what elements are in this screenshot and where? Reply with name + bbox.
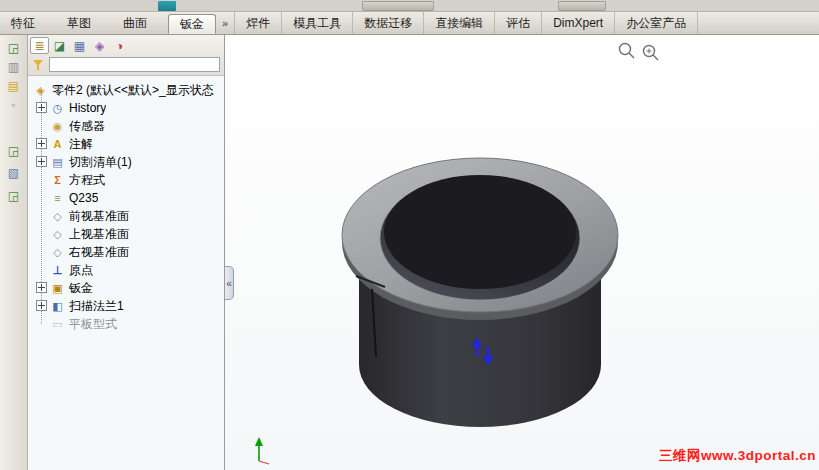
expand-box-icon[interactable]: [36, 282, 47, 293]
commandmanager-tabbar: 特征 草图 曲面 钣金 » 焊件 模具工具 数据迁移 直接编辑 评估 DimXp…: [0, 12, 819, 35]
expand-box-icon[interactable]: [36, 156, 47, 167]
expand-box-icon[interactable]: [36, 138, 47, 149]
magnifier-icon[interactable]: [620, 44, 635, 59]
displaymanager-icon[interactable]: [110, 37, 129, 54]
origin-icon: [50, 263, 65, 278]
tab-direct-editing[interactable]: 直接编辑: [423, 12, 494, 34]
annotations-icon: [50, 137, 65, 152]
tree-item-label: 右视基准面: [69, 244, 129, 261]
featuremanager-panel: 零件2 (默认<<默认>_显示状态 History 传感器 注解: [28, 35, 225, 470]
tree-item-material-q235[interactable]: Q235: [28, 189, 224, 207]
tree-item-label: 平板型式: [69, 316, 117, 333]
clipped-toolbar-fragment: [362, 1, 434, 11]
main-area: 零件2 (默认<<默认>_显示状态 History 传感器 注解: [0, 35, 819, 470]
dimension-icon[interactable]: [5, 59, 22, 75]
tree-item-label: 切割清单(1): [69, 154, 132, 171]
tree-item-label: 原点: [69, 262, 93, 279]
tree-filter-row: [28, 55, 224, 75]
magnifier-plus-icon[interactable]: [644, 46, 659, 61]
solidworks-window: 特征 草图 曲面 钣金 » 焊件 模具工具 数据迁移 直接编辑 评估 DimXp…: [0, 0, 819, 470]
tab-surfaces[interactable]: 曲面: [112, 12, 158, 34]
tree-item-label: 扫描法兰1: [69, 298, 124, 315]
expand-box-icon[interactable]: [36, 102, 47, 113]
model-3d-view[interactable]: [225, 35, 819, 470]
tree-item-front-plane[interactable]: 前视基准面: [28, 207, 224, 225]
panel-header: [28, 35, 224, 76]
tree-item-swept-flange1[interactable]: 扫描法兰1: [28, 297, 224, 315]
expand-box-icon[interactable]: [36, 300, 47, 311]
clipboard-icon[interactable]: [5, 165, 22, 181]
plane-icon: [50, 227, 65, 242]
plane-icon: [50, 209, 65, 224]
tree-item-sensors[interactable]: 传感器: [28, 117, 224, 135]
origin-triad-icon: [255, 437, 269, 464]
tab-mold-tools[interactable]: 模具工具: [281, 12, 352, 34]
tab-evaluate[interactable]: 评估: [494, 12, 541, 34]
note-icon[interactable]: [5, 97, 22, 113]
graphics-area[interactable]: «: [225, 35, 819, 470]
dimxpertmanager-icon[interactable]: [90, 37, 109, 54]
tree-item-history[interactable]: History: [28, 99, 224, 117]
tree-item-label: 传感器: [69, 118, 105, 135]
plane-icon: [50, 245, 65, 260]
tab-overflow-chevron-icon[interactable]: »: [216, 12, 234, 34]
tab-office-products[interactable]: 办公室产品: [614, 12, 698, 34]
tree-item-origin[interactable]: 原点: [28, 261, 224, 279]
equations-icon: [50, 173, 65, 188]
tree-item-label: 零件2 (默认<<默认>_显示状态: [52, 82, 214, 99]
tree-item-equations[interactable]: 方程式: [28, 171, 224, 189]
tab-weldments[interactable]: 焊件: [234, 12, 281, 34]
panel-tab-row: [28, 35, 224, 55]
featuremanager-tree-icon[interactable]: [30, 37, 49, 54]
tree-item-label: Q235: [69, 191, 98, 205]
tree-item-label: 注解: [69, 136, 93, 153]
configurationmanager-icon[interactable]: [70, 37, 89, 54]
tree-item-part-root[interactable]: 零件2 (默认<<默认>_显示状态: [28, 81, 224, 99]
sketch-icon[interactable]: [5, 40, 22, 56]
history-folder-icon: [50, 101, 65, 116]
tree-item-cut-list[interactable]: 切割清单(1): [28, 153, 224, 171]
tree-item-label: 方程式: [69, 172, 105, 189]
tab-features[interactable]: 特征: [0, 12, 46, 34]
tree-item-flat-pattern[interactable]: 平板型式: [28, 315, 224, 333]
filter-input[interactable]: [49, 57, 220, 72]
tree-item-label: 上视基准面: [69, 226, 129, 243]
sheet-metal-folder-icon: [50, 281, 65, 296]
sensors-icon: [50, 119, 65, 134]
clipped-toolbar-fragment: [558, 1, 606, 11]
tree-item-top-plane[interactable]: 上视基准面: [28, 225, 224, 243]
tree-item-label: 前视基准面: [69, 208, 129, 225]
tree-item-right-plane[interactable]: 右视基准面: [28, 243, 224, 261]
flat-pattern-icon: [50, 317, 65, 332]
tab-sheet-metal[interactable]: 钣金: [168, 14, 216, 34]
bore-hole[interactable]: [384, 175, 576, 289]
cut-list-icon: [50, 155, 65, 170]
tree-item-annotations[interactable]: 注解: [28, 135, 224, 153]
material-icon: [50, 191, 65, 206]
panel-collapse-chevron[interactable]: «: [225, 266, 234, 300]
left-quick-toolbar: [0, 35, 28, 470]
feature-tree: 零件2 (默认<<默认>_显示状态 History 传感器 注解: [28, 76, 224, 470]
watermark-text: 三维网www.3dportal.cn: [659, 447, 816, 465]
sketch-corner-icon[interactable]: [5, 143, 22, 159]
tab-sketch[interactable]: 草图: [56, 12, 102, 34]
swept-flange-icon: [50, 299, 65, 314]
part-icon: [33, 83, 48, 98]
tree-item-label: History: [69, 101, 106, 115]
open-folder-icon[interactable]: [5, 78, 22, 94]
tree-item-sheet-metal[interactable]: 钣金: [28, 279, 224, 297]
filter-funnel-icon[interactable]: [32, 58, 46, 72]
tab-dimxpert[interactable]: DimXpert: [541, 12, 614, 34]
clipped-toolbar-fragment: [158, 1, 176, 11]
tree-item-label: 钣金: [69, 280, 93, 297]
clipped-toolbar-strip: [0, 0, 819, 12]
propertymanager-icon[interactable]: [50, 37, 69, 54]
tab-data-migration[interactable]: 数据迁移: [352, 12, 423, 34]
sketch-corner-icon[interactable]: [5, 188, 22, 204]
